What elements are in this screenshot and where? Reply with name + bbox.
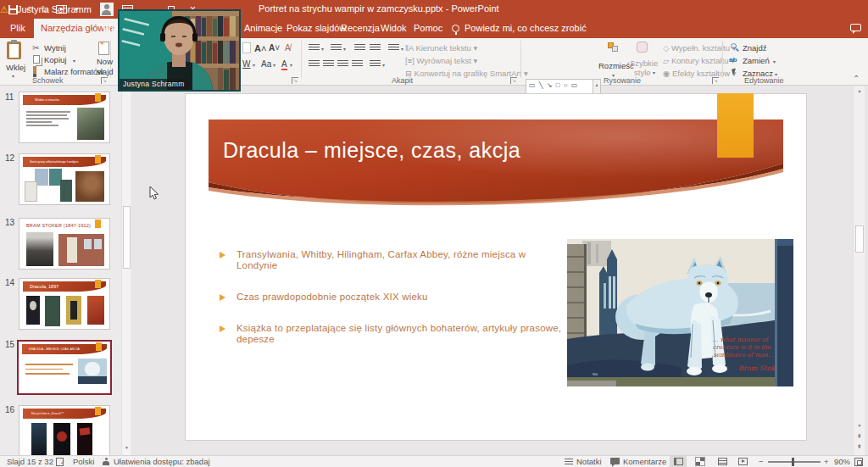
grow-font-icon[interactable]: A˄ (254, 43, 266, 53)
replace-button[interactable]: Zamień (743, 56, 770, 65)
columns-caret-icon[interactable]: ▾ (382, 62, 385, 68)
drawing-dialog-launcher[interactable] (712, 77, 719, 84)
slide-scrollbar[interactable]: ▲ ▼ ⇞ ⇟ (853, 86, 865, 455)
format-painter-button[interactable]: Malarz formatów (44, 67, 103, 76)
format-painter-icon[interactable] (33, 66, 36, 74)
previous-slide-icon[interactable]: ⇞ (854, 433, 865, 440)
new-slide-label-2[interactable]: slajd (97, 67, 114, 76)
slide-body-text[interactable]: Transylwania, Whitby, Hilingham, Carfax … (220, 249, 567, 365)
start-presentation-icon[interactable] (56, 5, 67, 14)
underline-icon[interactable]: W (242, 59, 250, 69)
warning-icon[interactable]: ⚠ (0, 4, 8, 15)
comments-button[interactable]: Komentarze (623, 457, 666, 466)
slide-thumbnail-16[interactable]: Kto jest kim w „Draculi"? (19, 405, 110, 455)
paste-button[interactable]: Wklej (6, 63, 25, 72)
tab-file[interactable]: Plik (3, 19, 32, 38)
new-slide-label-1[interactable]: Now (97, 57, 113, 66)
arrange-icon[interactable] (608, 42, 620, 53)
cut-button[interactable]: Wytnij (44, 43, 66, 53)
webcam-overlay[interactable]: Justyna Schramm (118, 9, 241, 92)
zoom-slider[interactable] (768, 461, 821, 463)
slide-title[interactable]: Dracula – miejsce, czas, akcja (223, 138, 520, 163)
next-slide-icon[interactable]: ⇟ (854, 443, 865, 450)
justify-icon[interactable] (352, 60, 363, 68)
zoom-level[interactable]: 90% (834, 457, 850, 466)
slide-thumbnail-11[interactable]: Wideo o strachu (19, 92, 110, 143)
numbering-caret-icon[interactable]: ▾ (343, 46, 346, 52)
select-icon[interactable] (732, 68, 737, 75)
scroll-up-icon[interactable]: ▲ (854, 88, 865, 93)
align-center-icon[interactable] (323, 60, 334, 68)
underline-caret-icon[interactable]: ▾ (253, 62, 255, 68)
font-dialog-launcher[interactable] (292, 77, 298, 84)
slide-counter[interactable]: Slajd 15 z 32 (7, 457, 53, 466)
slideshow-view-button[interactable] (734, 456, 751, 467)
slide-thumbnail-15-selected[interactable]: DRACULA – MIEJSCE, CZAS, AKCJA (17, 340, 112, 395)
copy-icon[interactable] (33, 55, 40, 64)
zoom-slider-thumb[interactable] (792, 458, 794, 466)
align-right-icon[interactable] (337, 60, 348, 68)
decrease-indent-icon[interactable] (354, 44, 365, 52)
wolf-mural-image[interactable]: ... what manner of creature is it in the… (567, 239, 793, 386)
quick-styles-icon[interactable] (637, 42, 648, 53)
slide-sorter-view-button[interactable] (692, 456, 709, 467)
slide-canvas[interactable]: Dracula – miejsce, czas, akcja Transylwa… (185, 93, 807, 441)
save-icon[interactable] (8, 5, 18, 14)
copy-caret-icon[interactable]: ▾ (73, 58, 75, 64)
qat-customize-icon[interactable]: ▾ (75, 3, 78, 15)
avatar[interactable] (100, 3, 114, 16)
accessibility-status[interactable]: Ułatwienia dostępu: zbadaj (114, 457, 210, 466)
shape-effects-button[interactable]: ◉ Efekty kształtów ▾ (663, 69, 736, 78)
line-spacing-caret-icon[interactable]: ▾ (401, 46, 403, 52)
bulleted-list-icon[interactable] (309, 44, 320, 52)
redo-icon[interactable]: ↻ (41, 3, 48, 15)
tell-me-box[interactable]: Powiedz mi, co chcesz zrobić (465, 19, 587, 38)
paragraph-dialog-launcher[interactable] (510, 77, 517, 84)
quick-styles-caret-icon[interactable]: ▾ (653, 69, 655, 75)
zoom-in-icon[interactable]: + (824, 457, 829, 466)
tab-help[interactable]: Pomoc (407, 19, 449, 38)
notes-button[interactable]: Notatki (576, 457, 602, 466)
align-left-icon[interactable] (309, 60, 320, 68)
paste-icon[interactable] (7, 42, 21, 59)
columns-icon[interactable] (370, 60, 381, 68)
shape-fill-button[interactable]: ◇ Wypełn. kształtu ▾ (663, 43, 736, 53)
cut-icon[interactable]: ✂ (32, 43, 39, 53)
find-button[interactable]: Znajdź (743, 43, 767, 53)
numbered-list-icon[interactable] (331, 44, 342, 52)
font-color-caret-icon[interactable]: ▾ (290, 62, 292, 68)
clear-formatting-icon[interactable]: A̸ (285, 43, 291, 53)
slide-scrollbar-thumb[interactable] (855, 225, 864, 253)
slide-thumbnail-13[interactable]: BRAM STOKER (1847-1912) (19, 218, 110, 270)
arrange-button[interactable]: Rozmieść (598, 61, 634, 70)
fit-to-window-icon[interactable] (854, 458, 863, 466)
thumbnail-scrollbar[interactable]: ▲ ▼ (121, 86, 131, 455)
change-case-icon[interactable]: Aa (261, 59, 271, 69)
font-color-icon[interactable]: A (281, 59, 287, 70)
change-case-caret-icon[interactable]: ▾ (273, 62, 275, 68)
new-slide-icon[interactable] (98, 42, 109, 55)
replace-caret-icon[interactable]: ▾ (773, 58, 776, 64)
slide-thumbnail-14[interactable]: Dracula, 1897 (19, 278, 110, 330)
scroll-down-icon[interactable]: ▼ (122, 445, 131, 450)
zoom-out-icon[interactable]: − (759, 457, 764, 466)
language-indicator[interactable]: Polski (73, 457, 94, 466)
text-direction-button[interactable]: ‖A Kierunek tekstu ▾ (405, 43, 477, 53)
reading-view-button[interactable] (714, 456, 731, 467)
proofing-icon[interactable] (56, 458, 64, 466)
bullets-caret-icon[interactable]: ▾ (321, 46, 324, 52)
clipboard-dialog-launcher[interactable] (101, 77, 108, 84)
line-spacing-icon[interactable] (388, 44, 399, 52)
thumbnail-scrollbar-thumb[interactable] (123, 206, 131, 269)
shape-outline-button[interactable]: ▱ Kontury kształtu ▾ (663, 56, 735, 65)
align-text-button[interactable]: [≡] Wyrównaj tekst ▾ (405, 56, 477, 65)
quick-styles-label-1[interactable]: Szybkie (630, 58, 658, 68)
find-icon[interactable] (731, 43, 737, 49)
copy-button[interactable]: Kopiuj (44, 55, 66, 64)
collapse-ribbon-icon[interactable]: ⌃ (853, 74, 860, 83)
replace-icon[interactable]: ab (729, 56, 737, 64)
slide-thumbnail-12[interactable]: Świat grozy wiktoriańskiego Londynu (19, 153, 110, 205)
feedback-icon[interactable] (850, 24, 861, 31)
normal-view-button[interactable] (670, 456, 687, 467)
undo-icon[interactable]: ↶ (25, 3, 33, 15)
